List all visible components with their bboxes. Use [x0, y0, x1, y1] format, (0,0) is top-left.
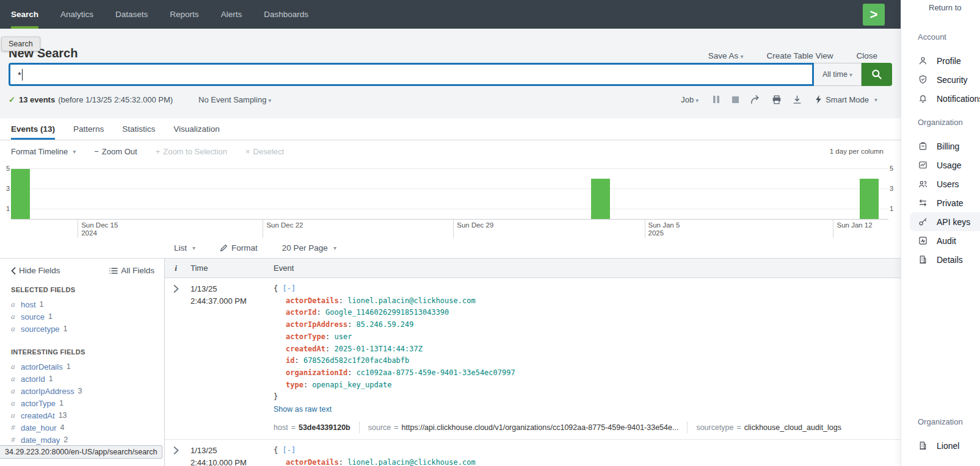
nav-item-alerts[interactable]: Alerts: [210, 0, 253, 29]
collapse-json-toggle[interactable]: [-]: [282, 446, 296, 454]
x-icon: ×: [245, 147, 250, 156]
field-createdAt[interactable]: acreatedAt13: [11, 409, 164, 421]
format-timeline-dropdown[interactable]: Format Timeline▾: [11, 147, 76, 156]
share-job-button[interactable]: [750, 95, 761, 104]
save-as-button[interactable]: Save As▾: [708, 51, 744, 60]
chevron-left-icon: [11, 267, 16, 274]
collapse-json-toggle[interactable]: [-]: [282, 284, 296, 293]
field-source[interactable]: asource1: [11, 310, 164, 323]
account-section-header: Account: [918, 32, 980, 41]
event-meta: host=53de4339120b source=https://api.cli…: [274, 422, 901, 433]
json-value[interactable]: lionel.palacin@clickhouse.com: [347, 296, 476, 305]
search-button[interactable]: [862, 63, 892, 86]
event-row: 1/13/25 2:44:10.000 PM { [-] actorDetail…: [165, 440, 901, 466]
create-table-view-button[interactable]: Create Table View: [766, 51, 833, 60]
nav-item-reports[interactable]: Reports: [159, 0, 209, 29]
x-axis-tick: [453, 220, 454, 238]
timeline-chart: Sun Dec 152024Sun Dec 22Sun Dec 29Sun Ja…: [0, 162, 901, 238]
json-value[interactable]: user: [334, 332, 352, 341]
return-to-link[interactable]: Return to: [929, 3, 980, 12]
field-actorDetails[interactable]: aactorDetails1: [11, 360, 164, 373]
close-button[interactable]: Close: [856, 51, 877, 60]
all-fields-button[interactable]: All Fields: [109, 266, 154, 275]
panel-item-audit[interactable]: Audit: [901, 231, 980, 250]
panel-item-usage[interactable]: Usage: [901, 156, 980, 174]
event-sampling-dropdown[interactable]: No Event Sampling▾: [198, 95, 271, 104]
text-cursor: [22, 69, 23, 81]
json-value[interactable]: 85.246.59.249: [357, 320, 414, 329]
search-tooltip: Search: [1, 37, 40, 51]
panel-item-users[interactable]: Users: [901, 174, 980, 193]
json-value[interactable]: 678526d582c1f20fac4babfb: [303, 356, 409, 365]
field-actorId[interactable]: aactorId1: [11, 373, 164, 385]
field-host[interactable]: ahost1: [11, 298, 164, 310]
panel-item-organization-lionel[interactable]: Lionel: [901, 436, 980, 455]
field-actorType[interactable]: aactorType1: [11, 397, 164, 409]
tab-visualization[interactable]: Visualization: [173, 118, 220, 140]
results-content: Hide Fields All Fields SELECTED FIELDS a…: [0, 259, 901, 466]
json-value[interactable]: cc1092aa-8775-459e-9401-33e54ec07997: [357, 368, 515, 377]
field-date_hour[interactable]: #date_hour4: [11, 421, 164, 434]
pause-job-button[interactable]: [712, 95, 720, 104]
tab-events[interactable]: Events (13): [11, 118, 55, 140]
panel-item-profile[interactable]: Profile: [901, 51, 980, 70]
meta-source-value[interactable]: https://api.clickhouse.cloud/v1/organiza…: [402, 423, 679, 432]
json-value[interactable]: lionel.palacin@clickhouse.com: [347, 458, 476, 466]
nav-item-dashboards[interactable]: Dashboards: [253, 0, 319, 29]
export-button[interactable]: [793, 95, 802, 104]
tab-statistics[interactable]: Statistics: [122, 118, 155, 140]
panel-item-private-endpoints[interactable]: Private: [901, 193, 980, 212]
per-page-dropdown[interactable]: 20 Per Page▾: [282, 243, 336, 253]
list-view-dropdown[interactable]: List▾: [174, 243, 195, 253]
nav-item-analytics[interactable]: Analytics: [49, 0, 104, 29]
y-axis-label: 5: [1, 165, 10, 172]
format-results-button[interactable]: Format: [220, 243, 258, 253]
panel-item-billing[interactable]: Billing: [901, 137, 980, 156]
json-value[interactable]: 2025-01-13T14:44:37Z: [334, 345, 423, 353]
json-value[interactable]: openapi_key_update: [312, 381, 391, 389]
deselect-button[interactable]: ×Deselect: [245, 147, 284, 156]
field-date_mday[interactable]: #date_mday2: [11, 434, 164, 446]
app-logo-icon[interactable]: >: [863, 4, 885, 26]
zoom-to-selection-button[interactable]: +Zoom to Selection: [156, 147, 227, 156]
panel-item-api-keys[interactable]: API keys: [910, 212, 980, 231]
meta-sourcetype-value[interactable]: clickhouse_cloud_audit_logs: [744, 423, 841, 432]
spacer: [901, 44, 980, 51]
field-actorIpAddress[interactable]: aactorIpAddress3: [11, 385, 164, 397]
spacer: [901, 108, 980, 118]
nav-item-search[interactable]: Search: [0, 0, 49, 29]
field-sourcetype[interactable]: asourcetype1: [11, 323, 164, 335]
expand-event-button[interactable]: [165, 445, 187, 466]
json-value[interactable]: Google_114602629918513043390: [325, 308, 449, 317]
pencil-icon: [220, 244, 228, 252]
timeline-bar[interactable]: [11, 169, 30, 219]
stop-icon: [731, 96, 739, 104]
stop-job-button[interactable]: [731, 96, 739, 104]
zoom-out-button[interactable]: −Zoom Out: [94, 147, 137, 156]
event-column-header: Event: [266, 263, 901, 273]
hide-fields-button[interactable]: Hide Fields: [11, 266, 60, 275]
time-range-picker[interactable]: All time▾: [814, 63, 862, 86]
chevron-down-icon: ▾: [333, 245, 336, 251]
nav-spacer: [319, 0, 863, 29]
show-raw-text-link[interactable]: Show as raw text: [274, 405, 332, 414]
meta-host-value[interactable]: 53de4339120b: [299, 423, 350, 432]
timeline-bar[interactable]: [860, 179, 879, 219]
expand-event-button[interactable]: [165, 283, 187, 433]
panel-item-security[interactable]: Security: [901, 70, 980, 89]
x-axis-tick: [263, 220, 263, 238]
search-input[interactable]: *: [9, 63, 814, 86]
x-axis-label: Sun Jan 52025: [648, 221, 680, 237]
print-button[interactable]: [772, 95, 782, 104]
nav-item-datasets[interactable]: Datasets: [104, 0, 159, 29]
timeline-bar[interactable]: [591, 179, 610, 219]
panel-item-details[interactable]: Details: [901, 250, 980, 269]
tab-patterns[interactable]: Patterns: [73, 118, 104, 140]
search-mode-dropdown[interactable]: Smart Mode▾: [815, 95, 877, 104]
event-count: 13 events: [19, 95, 55, 104]
job-menu[interactable]: Job▾: [681, 95, 699, 104]
panel-item-notifications[interactable]: Notifications: [901, 89, 980, 108]
event-timestamp: 1/13/25 2:44:10.000 PM: [187, 445, 266, 466]
x-axis-label: Sun Dec 29: [457, 221, 493, 229]
search-header: New Search Save As▾ Create Table View Cl…: [0, 29, 901, 118]
